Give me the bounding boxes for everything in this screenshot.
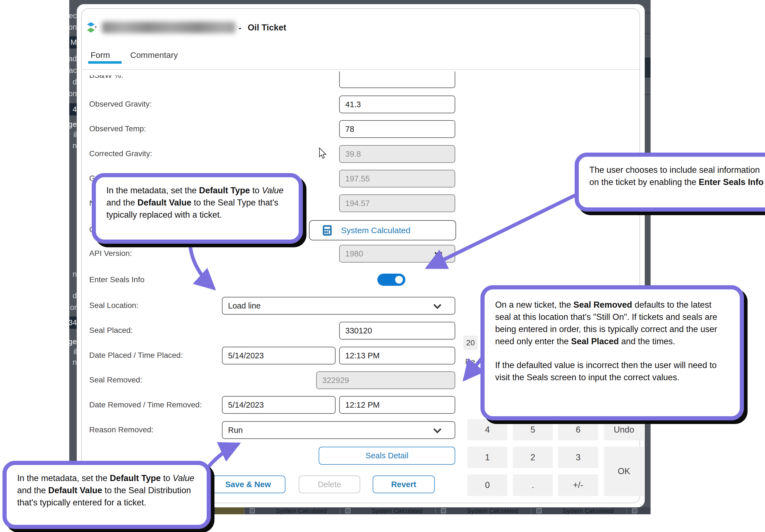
bg-grid-cell [626, 507, 651, 514]
bg-left-fragment: ge [69, 119, 77, 130]
bg-left-fragment: ge [69, 336, 77, 347]
bg-left-fragment: on [69, 88, 77, 99]
seal-placed-input[interactable]: 330120 [339, 322, 455, 339]
reason-removed-select[interactable]: Run [222, 421, 455, 439]
bg-left-fragment: il [69, 346, 77, 357]
page-title: Oil Ticket [248, 23, 286, 33]
system-calculated-label: System Calculated [341, 226, 410, 235]
numpad-key-plusminus[interactable]: +/- [558, 474, 598, 496]
seal-removed-label: Seal Removed: [89, 375, 142, 384]
tab-commentary[interactable]: Commentary [130, 50, 178, 60]
observed-gravity-input[interactable]: 41.3 [339, 96, 455, 113]
numpad-key-5[interactable]: 5 [513, 419, 553, 440]
numpad-key-decimal[interactable]: . [513, 474, 553, 496]
corrected-gravity-label: Corrected Gravity: [89, 149, 152, 158]
bg-left-fragment: d [69, 77, 77, 87]
numpad-key-6[interactable]: 6 [558, 419, 598, 440]
bsw-input[interactable] [339, 71, 455, 88]
time-placed-input[interactable]: 12:13 PM [339, 347, 455, 364]
numpad-key-ok[interactable]: OK [604, 447, 644, 496]
numpad-key-2[interactable]: 2 [513, 447, 553, 468]
enter-seals-info-label: Enter Seals Info [89, 275, 144, 284]
bg-left-highlight-cell: 4 [69, 103, 77, 116]
callout-seal-removed: On a new ticket, the Seal Removed defaul… [480, 285, 744, 420]
background-right-strip-line [645, 94, 651, 95]
numpad-key-3[interactable]: 3 [558, 447, 598, 468]
numpad-key-undo[interactable]: Undo [604, 419, 644, 440]
checkbox-icon[interactable] [345, 508, 351, 513]
title-separator: - [239, 23, 241, 33]
date-placed-input[interactable]: 5/14/2023 [222, 347, 336, 364]
bg-left-highlight-cell: 34 [69, 316, 77, 329]
enter-seals-info-toggle[interactable] [378, 273, 405, 286]
numpad-key-1[interactable]: 1 [467, 447, 507, 468]
callout-paragraph: On a new ticket, the Seal Removed defaul… [495, 299, 729, 347]
numpad-key-4[interactable]: 4 [467, 419, 507, 440]
net-volume-input: 194.57 [339, 195, 455, 212]
background-right-strip-line [645, 33, 651, 34]
seal-location-select[interactable]: Load line [222, 297, 455, 314]
bg-left-fragment: n [69, 140, 77, 151]
observed-temp-label: Observed Temp: [89, 124, 146, 133]
bg-grid-cell-label: System Calculated [467, 507, 518, 514]
active-tab-indicator [88, 61, 122, 64]
corrected-gravity-input: 39.8 [339, 145, 455, 163]
date-removed-label: Date Removed / Time Removed: [89, 400, 202, 409]
documentation-page: ec on M ad ac d on 4 ge il n n d or 34 g… [0, 0, 765, 532]
numpad-key-0[interactable]: 0 [467, 474, 507, 496]
toggle-knob [395, 276, 403, 283]
bg-left-fragment: n [69, 269, 77, 279]
callout-paragraph: If the defaulted value is incorrect then… [495, 359, 729, 383]
seal-placed-label: Seal Placed: [89, 326, 133, 335]
save-and-new-button[interactable]: Save & New [211, 475, 286, 493]
gross-volume-input: 197.55 [339, 170, 455, 188]
checkbox-icon[interactable] [250, 508, 255, 513]
bg-grid-olive-cell [215, 507, 244, 514]
callout-seal-type: In the metadata, set the Default Type to… [92, 173, 303, 244]
tab-form[interactable]: Form [91, 50, 110, 60]
bg-left-fragment: ad [69, 53, 77, 64]
bg-grid-cell-label: System Calculated [563, 507, 613, 514]
seal-removed-input: 322929 [316, 371, 455, 389]
bg-left-fragment: d [69, 290, 77, 301]
chevron-down-icon [433, 425, 442, 434]
bg-grid-cell-label: System Calculated [276, 507, 327, 514]
app-logo-icon [85, 22, 97, 33]
delete-button[interactable]: Delete [299, 475, 360, 493]
checkbox-icon[interactable] [441, 508, 446, 513]
seals-detail-button[interactable]: Seals Detail [319, 447, 455, 465]
system-calculated-button[interactable]: System Calculated [309, 220, 456, 241]
observed-gravity-label: Observed Gravity: [89, 100, 152, 109]
chevron-down-icon [433, 301, 442, 309]
seal-location-label: Seal Location: [89, 301, 138, 310]
bg-left-fragment: or [69, 302, 77, 313]
date-placed-label: Date Placed / Time Placed: [89, 351, 183, 360]
calculator-icon [323, 225, 332, 236]
mouse-cursor [319, 148, 327, 159]
background-right-strip-line [645, 12, 651, 13]
checkbox-icon[interactable] [632, 508, 637, 513]
time-removed-input[interactable]: 12:12 PM [339, 396, 455, 414]
callout-enter-seals-info: The user chooses to include seal informa… [575, 153, 765, 212]
background-right-strip-block [645, 58, 651, 78]
bg-left-highlight-cell: M [69, 36, 77, 48]
observed-temp-input[interactable]: 78 [339, 120, 455, 138]
api-version-select: 1980 [339, 245, 455, 263]
partial-seal-text: Re [465, 357, 475, 366]
date-removed-input[interactable]: 5/14/2023 [222, 396, 336, 414]
checkbox-icon[interactable] [536, 508, 542, 513]
tabs-divider [82, 69, 639, 70]
bsw-label: BS&W %: [89, 75, 153, 81]
revert-button[interactable]: Revert [373, 475, 435, 493]
bg-left-fragment: il [69, 129, 77, 140]
reason-removed-label: Reason Removed: [89, 425, 154, 434]
redacted-battery-name [102, 22, 236, 33]
api-version-label: API Version: [89, 249, 132, 258]
bg-left-fragment: ec [69, 11, 77, 21]
bg-left-fragment: n [69, 357, 77, 367]
chevron-down-icon [434, 249, 443, 257]
callout-seal-distribution: In the metadata, set the Default Type to… [2, 461, 211, 529]
partial-seal-text: 20 [463, 336, 478, 350]
bg-left-fragment: ac [69, 65, 77, 76]
bg-grid-cell-label: System Calculated [372, 507, 422, 514]
